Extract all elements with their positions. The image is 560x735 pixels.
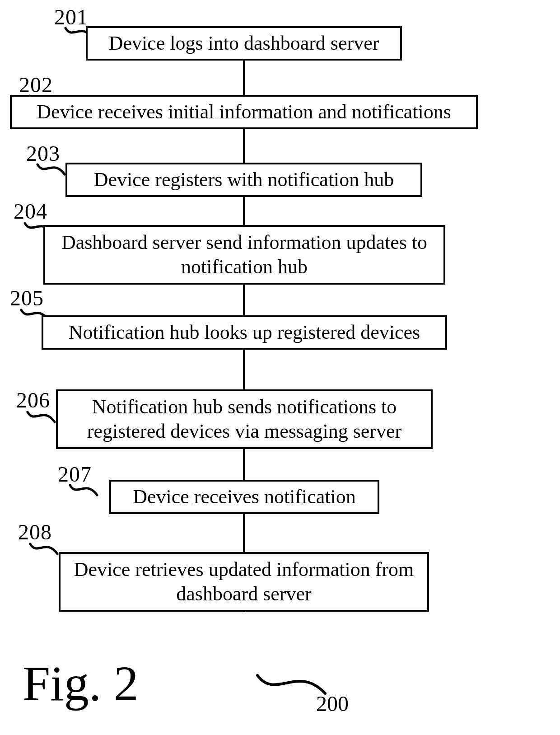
figure-label: Fig. 2 [23, 655, 139, 712]
step-box-204: Dashboard server send information update… [43, 225, 445, 285]
step-text: Device logs into dashboard server [109, 31, 379, 56]
step-box-207: Device receives notification [109, 480, 379, 514]
flowchart-canvas: 201 Device logs into dashboard server 20… [0, 0, 560, 735]
step-text: Device receives notification [133, 485, 356, 509]
step-text: Dashboard server send information update… [51, 230, 437, 279]
step-text: Device registers with notification hub [94, 168, 394, 192]
step-text: Device retrieves updated information fro… [67, 557, 421, 606]
step-box-205: Notification hub looks up registered dev… [42, 315, 447, 350]
step-box-208: Device retrieves updated information fro… [59, 552, 429, 612]
step-text: Device receives initial information and … [37, 100, 451, 124]
step-box-201: Device logs into dashboard server [86, 26, 402, 61]
lead-curl-206 [25, 408, 57, 426]
lead-curl-207 [68, 482, 99, 500]
lead-curl-203 [35, 161, 67, 179]
lead-curl-208 [28, 540, 60, 558]
step-text: Notification hub sends notifications to … [64, 395, 425, 443]
step-box-203: Device registers with notification hub [65, 163, 422, 197]
step-box-206: Notification hub sends notifications to … [56, 389, 433, 449]
step-box-202: Device receives initial information and … [10, 95, 478, 129]
figure-ref-number: 200 [316, 691, 349, 716]
step-text: Notification hub looks up registered dev… [69, 320, 420, 345]
